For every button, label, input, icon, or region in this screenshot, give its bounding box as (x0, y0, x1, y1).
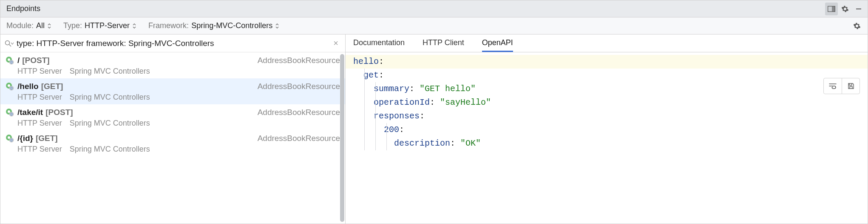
yaml-key: operationId (374, 98, 430, 107)
yaml-value: "GET hello" (420, 84, 476, 94)
detail-pane: Documentation HTTP Client OpenAPI hello:… (346, 34, 868, 224)
yaml-key: get (363, 70, 379, 80)
endpoint-resource: AddressBookResource (258, 108, 340, 117)
endpoint-resource: AddressBookResource (258, 82, 340, 91)
endpoint-path: / (17, 56, 20, 65)
yaml-key: responses (374, 111, 420, 121)
endpoint-tag: Spring MVC Controllers (70, 67, 150, 76)
svg-rect-2 (856, 9, 861, 9)
endpoint-path: /hello (17, 82, 39, 91)
updown-icon (132, 23, 136, 29)
openapi-editor[interactable]: hello: get: summary: "GET hello" operati… (346, 52, 868, 224)
endpoint-icon (6, 82, 14, 91)
yaml-key: hello (353, 57, 379, 66)
endpoint-tag: Spring MVC Controllers (70, 93, 150, 102)
yaml-key: description (394, 138, 450, 148)
endpoint-method: [POST] (22, 56, 49, 65)
wrap-icon (828, 83, 837, 89)
titlebar: Endpoints (0, 0, 868, 17)
settings-button[interactable] (839, 3, 851, 15)
endpoint-list: / [POST]AddressBookResourceHTTP ServerSp… (0, 52, 345, 224)
framework-filter[interactable]: Framework: Spring-MVC-Controllers (148, 21, 279, 30)
panel-title: Endpoints (6, 4, 40, 13)
search-input[interactable]: type: HTTP-Server framework: Spring-MVC-… (17, 39, 331, 48)
endpoint-tag: HTTP Server (17, 93, 62, 102)
type-filter[interactable]: Type: HTTP-Server (63, 21, 136, 30)
filter-bar: Module: All Type: HTTP-Server Framework:… (0, 17, 868, 34)
svg-rect-1 (832, 6, 835, 11)
endpoint-row[interactable]: /take/it [POST]AddressBookResourceHTTP S… (0, 104, 345, 130)
endpoint-icon (6, 108, 14, 117)
scrollbar[interactable] (340, 54, 344, 222)
yaml-value: "OK" (460, 138, 481, 148)
search-icon (5, 40, 14, 47)
soft-wrap-button[interactable] (824, 78, 842, 94)
endpoint-row[interactable]: / [POST]AddressBookResourceHTTP ServerSp… (0, 52, 345, 78)
clear-search-button[interactable]: × (331, 38, 341, 48)
filter-settings-button[interactable] (851, 20, 863, 32)
endpoint-list-pane: type: HTTP-Server framework: Spring-MVC-… (0, 34, 346, 224)
tab-http-client[interactable]: HTTP Client (423, 34, 464, 52)
endpoint-method: [POST] (45, 108, 73, 117)
svg-point-3 (6, 40, 10, 45)
module-filter-value: All (36, 21, 45, 30)
minimize-icon (855, 6, 862, 12)
endpoint-tag: Spring MVC Controllers (70, 145, 150, 154)
updown-icon (47, 23, 51, 29)
endpoint-tag: HTTP Server (17, 145, 62, 154)
yaml-key: summary (374, 84, 409, 94)
endpoint-path: /{id} (17, 134, 33, 143)
minimize-button[interactable] (852, 3, 865, 15)
type-filter-label: Type: (63, 21, 82, 30)
endpoint-method: [GET] (41, 82, 63, 91)
detail-tabs: Documentation HTTP Client OpenAPI (346, 34, 868, 52)
save-button[interactable] (842, 78, 859, 94)
save-icon (848, 83, 854, 89)
editor-toolbar (823, 78, 860, 94)
endpoint-tag: Spring MVC Controllers (70, 119, 150, 128)
endpoint-icon (6, 56, 14, 65)
gear-icon (841, 5, 849, 13)
yaml-value: "sayHello" (440, 98, 491, 107)
type-filter-value: HTTP-Server (85, 21, 130, 30)
gear-icon (853, 22, 861, 30)
endpoint-path: /take/it (17, 108, 43, 117)
framework-filter-value: Spring-MVC-Controllers (191, 21, 272, 30)
endpoint-resource: AddressBookResource (258, 56, 340, 65)
endpoint-row[interactable]: /{id} [GET]AddressBookResourceHTTP Serve… (0, 130, 345, 156)
module-filter[interactable]: Module: All (6, 21, 51, 30)
endpoint-tag: HTTP Server (17, 119, 62, 128)
updown-icon (275, 23, 279, 29)
endpoint-resource: AddressBookResource (258, 134, 340, 143)
endpoint-icon (6, 134, 14, 143)
search-bar: type: HTTP-Server framework: Spring-MVC-… (0, 34, 345, 52)
tab-openapi[interactable]: OpenAPI (482, 34, 513, 52)
tab-documentation[interactable]: Documentation (353, 34, 405, 52)
module-filter-label: Module: (6, 21, 34, 30)
layout-toggle-button[interactable] (825, 3, 838, 15)
endpoint-row[interactable]: /hello [GET]AddressBookResourceHTTP Serv… (0, 78, 345, 104)
endpoint-tag: HTTP Server (17, 67, 62, 76)
layout-icon (828, 6, 835, 12)
framework-filter-label: Framework: (148, 21, 189, 30)
endpoint-method: [GET] (36, 134, 58, 143)
